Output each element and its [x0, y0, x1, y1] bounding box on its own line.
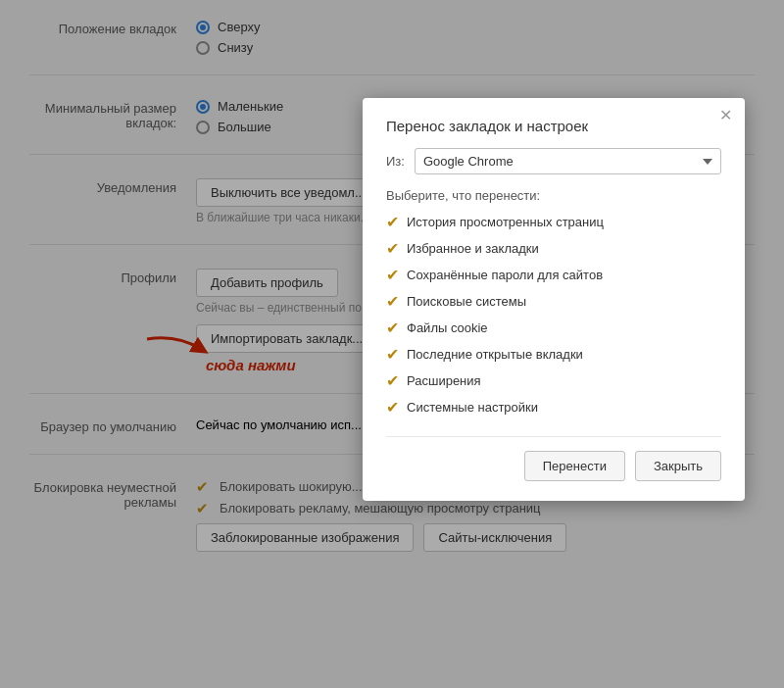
checkmark-system-settings: ✔ — [386, 398, 399, 417]
checkbox-recent-tabs[interactable]: ✔ Последние открытые вкладки — [386, 345, 721, 364]
checkbox-bookmarks-label: Избранное и закладки — [407, 241, 539, 256]
checkbox-search-engines[interactable]: ✔ Поисковые системы — [386, 292, 721, 311]
checkbox-recent-tabs-label: Последние открытые вкладки — [407, 347, 583, 362]
checkbox-cookies-label: Файлы cookie — [407, 320, 488, 335]
checkmark-passwords: ✔ — [386, 266, 399, 284]
checkbox-system-settings-label: Системные настройки — [407, 400, 538, 415]
checkmark-bookmarks: ✔ — [386, 239, 399, 258]
dialog-source-select[interactable]: Google Chrome Mozilla Firefox Internet E… — [415, 148, 721, 174]
transfer-button[interactable]: Перенести — [524, 451, 625, 481]
checkmark-history: ✔ — [386, 213, 399, 231]
dialog-source-label: Из: — [386, 154, 405, 169]
checkbox-history-label: История просмотренных страниц — [407, 215, 604, 229]
checkbox-passwords-label: Сохранённые пароли для сайтов — [407, 268, 603, 282]
checkbox-search-engines-label: Поисковые системы — [407, 294, 526, 309]
checkbox-cookies[interactable]: ✔ Файлы cookie — [386, 319, 721, 337]
checkbox-extensions[interactable]: ✔ Расширения — [386, 371, 721, 390]
dialog-footer: Перенести Закрыть — [386, 436, 721, 481]
checkbox-extensions-label: Расширения — [407, 373, 481, 388]
checkmark-extensions: ✔ — [386, 371, 399, 390]
dialog-source-row: Из: Google Chrome Mozilla Firefox Intern… — [386, 148, 721, 174]
checkmark-search-engines: ✔ — [386, 292, 399, 311]
checkbox-bookmarks[interactable]: ✔ Избранное и закладки — [386, 239, 721, 258]
dialog-close-button[interactable]: ✕ — [717, 108, 733, 123]
checkbox-system-settings[interactable]: ✔ Системные настройки — [386, 398, 721, 417]
checkbox-passwords[interactable]: ✔ Сохранённые пароли для сайтов — [386, 266, 721, 284]
dialog-checkboxes: ✔ История просмотренных страниц ✔ Избран… — [386, 213, 721, 417]
dialog-choose-label: Выберите, что перенести: — [386, 188, 721, 203]
dialog-title: Перенос закладок и настроек — [386, 118, 721, 134]
checkbox-history[interactable]: ✔ История просмотренных страниц — [386, 213, 721, 231]
import-dialog: ✕ Перенос закладок и настроек Из: Google… — [363, 98, 745, 501]
checkmark-cookies: ✔ — [386, 319, 399, 337]
close-button[interactable]: Закрыть — [635, 451, 721, 481]
checkmark-recent-tabs: ✔ — [386, 345, 399, 364]
